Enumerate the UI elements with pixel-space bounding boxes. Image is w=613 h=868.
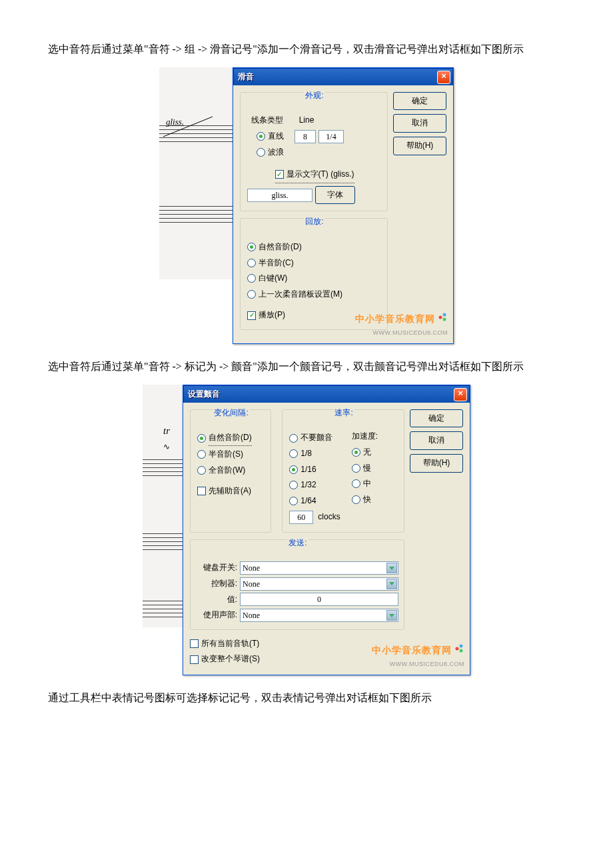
accel-fast-label: 快 <box>363 493 371 507</box>
kbswitch-combo[interactable]: None <box>240 561 398 575</box>
radio-natural-label: 自然音阶(D) <box>259 240 302 255</box>
radio-straight[interactable] <box>257 132 265 141</box>
radio-1-16[interactable] <box>289 465 298 474</box>
clocks-label: clocks <box>316 509 342 525</box>
radio-1-32[interactable] <box>289 481 298 489</box>
whole-score-label: 改变整个琴谱(S) <box>201 652 260 667</box>
clocks-input[interactable]: 60 <box>289 511 313 524</box>
checkbox-aux[interactable] <box>197 487 206 495</box>
radio-white-label: 白键(W) <box>259 271 287 286</box>
radio-1-8[interactable] <box>289 449 298 458</box>
dialog-title: 滑音 <box>238 70 254 85</box>
radio-chromatic[interactable] <box>247 259 256 267</box>
screenshot-1: gliss. 滑音 × 外观: <box>27 67 586 344</box>
radio-1-64[interactable] <box>289 497 298 505</box>
cancel-button[interactable]: 取消 <box>410 431 463 450</box>
rate-1-8-label: 1/8 <box>301 447 312 461</box>
radio-accel-slow[interactable] <box>352 464 360 473</box>
radio-natural-scale[interactable] <box>247 243 256 251</box>
voice-label: 使用声部: <box>197 608 237 623</box>
radio-straight-label: 直线 <box>268 129 284 144</box>
ok-button[interactable]: 确定 <box>393 92 446 111</box>
radio-wave[interactable] <box>257 148 265 157</box>
radio-soft-pedal[interactable] <box>247 290 256 299</box>
value-label: 值: <box>197 593 237 607</box>
line-val-a[interactable]: 8 <box>295 130 316 143</box>
ok-button[interactable]: 确定 <box>410 409 463 428</box>
dropdown-arrow-icon <box>386 563 397 573</box>
staff-preview-2: tr ∿ <box>143 385 183 627</box>
value-input[interactable]: 0 <box>240 593 398 606</box>
accel-slow-label: 慢 <box>363 461 371 476</box>
appearance-group: 外观: 线条类型 Line 直线 8 1/4 <box>240 92 388 212</box>
screenshot-2: tr ∿ 设置颤音 × 变化间隔: <box>27 385 586 675</box>
close-button[interactable]: × <box>437 71 450 84</box>
accel-none-label: 无 <box>363 445 371 460</box>
checkbox-show-text[interactable] <box>275 170 284 179</box>
radio-whole-interval[interactable] <box>197 466 206 475</box>
font-button[interactable]: 字体 <box>315 186 355 205</box>
trill-symbol: tr <box>151 422 183 440</box>
text-input-gliss[interactable]: gliss. <box>247 189 312 202</box>
radio-whole-label: 全音阶(W) <box>209 463 245 478</box>
trill-wave-icon: ∿ <box>151 440 183 455</box>
group-title-appearance: 外观: <box>304 89 324 103</box>
play-label: 播放(P) <box>259 308 285 323</box>
controller-combo[interactable]: None <box>240 577 398 591</box>
dialog-title: 设置颤音 <box>188 387 220 402</box>
accel-mid-label: 中 <box>363 477 371 491</box>
radio-accel-none[interactable] <box>352 448 360 457</box>
dialog-titlebar[interactable]: 设置颤音 × <box>183 385 470 403</box>
radio-accel-mid[interactable] <box>352 479 360 488</box>
aux-label: 先辅助音(A) <box>209 484 251 499</box>
checkbox-whole-score[interactable] <box>190 655 199 664</box>
show-text-row: 显示文字(T) (gliss.) <box>275 167 354 183</box>
radio-half-label: 半音阶(S) <box>209 447 243 462</box>
line-header: Line <box>290 113 323 128</box>
show-text-label: 显示文字(T) (gliss.) <box>287 167 354 182</box>
all-tracks-label: 所有当前音轨(T) <box>201 637 259 651</box>
help-button[interactable]: 帮助(H) <box>410 454 463 473</box>
radio-half-interval[interactable] <box>197 450 206 459</box>
close-button[interactable]: × <box>454 388 467 401</box>
dropdown-arrow-icon <box>386 579 397 589</box>
svg-line-0 <box>163 117 213 137</box>
radio-natural-interval[interactable] <box>197 434 206 443</box>
playback-group: 回放: 自然音阶(D) 半音阶(C) 白键(W) 上一次柔音踏板设置(M) 播放… <box>240 218 388 330</box>
radio-accel-fast[interactable] <box>352 495 360 504</box>
gliss-line-icon <box>159 110 233 143</box>
kbswitch-label: 键盘开关: <box>197 561 237 575</box>
group-title-playback: 回放: <box>304 215 324 229</box>
radio-chromatic-label: 半音阶(C) <box>259 256 294 271</box>
rate-1-64-label: 1/64 <box>301 494 316 509</box>
rate-group: 速率: 不要颤音 1/8 1/16 1/32 1/64 60clocks <box>282 409 404 533</box>
paragraph-3: 通过工具栏中表情记号图标可选择标记记号，双击表情记号弹出对话框如下图所示 <box>27 689 586 708</box>
glissando-dialog: 滑音 × 外观: 线条类型 Line 直线 <box>233 67 454 344</box>
staff-preview: gliss. <box>159 67 233 279</box>
controller-label: 控制器: <box>197 577 237 591</box>
rate-1-32-label: 1/32 <box>301 478 316 493</box>
rate-1-16-label: 1/16 <box>301 463 316 477</box>
checkbox-play[interactable] <box>247 311 256 320</box>
line-type-label: 线条类型 <box>247 113 287 128</box>
group-title-send: 发送: <box>287 536 308 551</box>
cancel-button[interactable]: 取消 <box>393 114 446 133</box>
trill-dialog: 设置颤音 × 变化间隔: 自然音阶(D) 半音阶(S) 全音阶(W) 先辅助音(… <box>183 385 470 675</box>
radio-natural-label: 自然音阶(D) <box>209 431 252 446</box>
help-button[interactable]: 帮助(H) <box>393 137 446 155</box>
radio-soft-label: 上一次柔音踏板设置(M) <box>259 287 342 302</box>
no-trill-label: 不要颤音 <box>301 431 332 445</box>
dialog-titlebar[interactable]: 滑音 × <box>233 68 453 85</box>
interval-group: 变化间隔: 自然音阶(D) 半音阶(S) 全音阶(W) 先辅助音(A) <box>190 409 271 533</box>
checkbox-all-tracks[interactable] <box>190 639 199 648</box>
paragraph-2: 选中音符后通过菜单"音符 -> 标记为 -> 颤音"添加一个颤音记号，双击颤音记… <box>27 357 586 377</box>
paragraph-1: 选中音符后通过菜单"音符 -> 组 -> 滑音记号"添加一个滑音记号，双击滑音记… <box>27 40 586 59</box>
line-val-b[interactable]: 1/4 <box>318 130 344 143</box>
voice-combo[interactable]: None <box>240 609 398 622</box>
radio-no-trill[interactable] <box>289 434 298 443</box>
accel-label: 加速度: <box>352 429 378 444</box>
radio-white-keys[interactable] <box>247 274 256 283</box>
group-title-rate: 速率: <box>333 406 354 421</box>
radio-wave-label: 波浪 <box>268 145 284 160</box>
group-title-interval: 变化间隔: <box>213 406 249 421</box>
